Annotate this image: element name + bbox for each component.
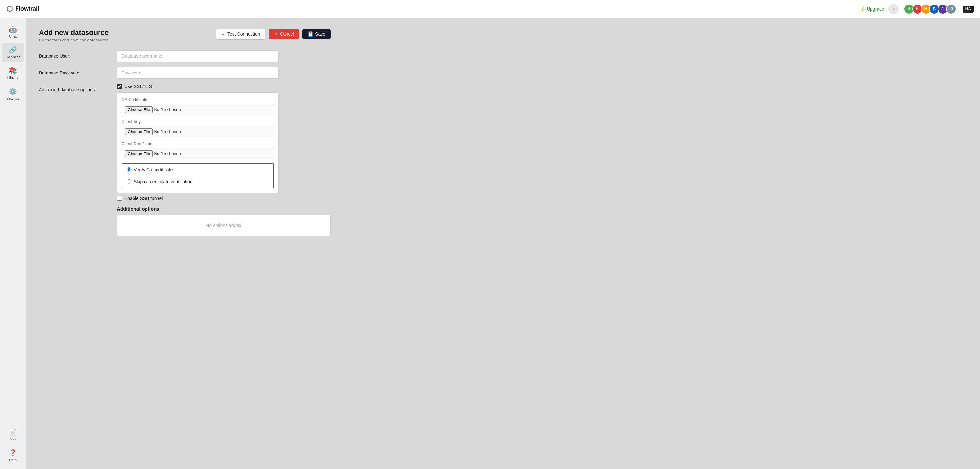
sidebar-label-docs: Docs [9,437,17,441]
verify-ca-radio[interactable] [127,167,131,172]
add-button[interactable]: + [888,4,899,14]
ca-verify-panel: Verify Ca certificate Skip ca certificat… [121,163,274,188]
docs-icon: 📄 [9,428,17,436]
no-options-box: No options added [117,215,331,236]
sidebar-label-chat: Chat [9,34,16,38]
connect-icon: 🔗 [9,46,17,54]
client-cert-label: Client Certificate [121,141,274,146]
test-icon: ✓ [222,32,226,37]
verify-ca-option[interactable]: Verify Ca certificate [122,164,273,176]
form-title-group: Add new datasource Fill the form and sav… [39,29,110,43]
logo-text: Flowtrail [15,5,39,12]
db-password-label: Database Password: [39,67,117,75]
cancel-icon: ✕ [274,32,278,37]
db-user-control [117,50,279,62]
test-connection-label: Test Connection [228,32,260,37]
ca-cert-file-input[interactable] [125,106,270,113]
client-key-section: Client Key [121,119,274,137]
topnav-right: ⚡ Upgrade + H H M B J +3 HA [860,4,974,14]
sidebar-label-help: Help [9,458,16,462]
cancel-label: Cancel [280,32,294,37]
client-key-label: Client Key [121,119,274,124]
sidebar-label-library: Library [8,76,19,79]
no-options-text: No options added [206,223,242,228]
ssl-panel: CA Certificate Client Key [117,92,279,193]
client-cert-section: Client Certificate [121,141,274,159]
plus-icon: + [892,6,895,12]
client-cert-file-row [121,148,274,159]
upgrade-button[interactable]: ⚡ Upgrade [860,6,885,12]
sidebar: 🤖 Chat 🔗 Connect 📚 Library ⚙️ Settings 📄… [0,18,26,469]
ssl-container: Use SSL/TLS CA Certificate [117,84,279,201]
save-icon: 💾 [307,32,313,37]
form-header: Add new datasource Fill the form and sav… [39,29,331,43]
form-actions: ✓ Test Connection ✕ Cancel 💾 Save [216,29,331,40]
settings-icon: ⚙️ [9,87,17,95]
ssl-checkbox-row: Use SSL/TLS [117,84,279,89]
cancel-button[interactable]: ✕ Cancel [269,29,299,39]
avatar-group: H H M B J +3 [904,4,956,14]
upgrade-label: Upgrade [867,6,885,12]
ca-cert-file-row [121,104,274,115]
library-icon: 📚 [9,67,17,75]
db-user-row: Database User: [39,50,331,62]
verify-ca-label[interactable]: Verify Ca certificate [134,167,173,172]
skip-ca-option[interactable]: Skip ca certificate verification [122,176,273,188]
logo: ⬡ Flowtrail [6,5,39,13]
ca-cert-label: CA Certificate [121,97,274,102]
layout: 🤖 Chat 🔗 Connect 📚 Library ⚙️ Settings 📄… [0,18,980,469]
db-password-control [117,67,279,79]
form-subtitle: Fill the form and save the datasource. [39,38,110,43]
skip-ca-label[interactable]: Skip ca certificate verification [134,179,192,184]
db-user-input[interactable] [117,50,279,62]
chat-icon: 🤖 [9,25,17,33]
sidebar-label-settings: Settings [6,97,19,100]
sidebar-item-chat[interactable]: 🤖 Chat [2,22,24,41]
advanced-options-row: Advanced database options: Use SSL/TLS C… [39,84,331,201]
user-badge[interactable]: HA [963,5,974,13]
sidebar-item-library[interactable]: 📚 Library [2,64,24,83]
ssh-tunnel-checkbox[interactable] [117,196,122,201]
client-key-file-row [121,126,274,137]
client-cert-file-input[interactable] [125,150,270,157]
form-title: Add new datasource [39,29,110,37]
advanced-label: Advanced database options: [39,84,117,92]
ssl-tls-label[interactable]: Use SSL/TLS [124,84,152,89]
sidebar-item-help[interactable]: ❓ Help [2,446,24,465]
sidebar-item-connect[interactable]: 🔗 Connect [2,43,24,62]
client-key-file-input[interactable] [125,128,270,135]
form-panel: Add new datasource Fill the form and sav… [39,29,331,236]
topnav: ⬡ Flowtrail ⚡ Upgrade + H H M B J +3 HA [0,0,980,18]
upgrade-icon: ⚡ [860,6,865,12]
help-icon: ❓ [9,449,17,457]
avatar-plus3[interactable]: +3 [946,4,956,14]
ssh-row: Enable SSH tunnel [117,196,279,201]
sidebar-label-connect: Connect [6,55,20,59]
additional-options-section: Additional options No options added [39,206,331,236]
db-user-label: Database User: [39,50,117,59]
test-connection-button[interactable]: ✓ Test Connection [216,29,266,40]
ssl-tls-checkbox[interactable] [117,84,122,89]
additional-options-label: Additional options [117,206,331,211]
logo-icon: ⬡ [6,5,13,13]
ca-cert-section: CA Certificate [121,97,274,115]
db-password-row: Database Password: [39,67,331,79]
save-button[interactable]: 💾 Save [302,29,331,39]
save-label: Save [315,32,325,37]
sidebar-item-settings[interactable]: ⚙️ Settings [2,84,24,103]
main-content: Add new datasource Fill the form and sav… [26,18,980,469]
ssh-tunnel-label[interactable]: Enable SSH tunnel [124,196,163,201]
skip-ca-radio[interactable] [127,180,131,184]
sidebar-item-docs[interactable]: 📄 Docs [2,425,24,444]
db-password-input[interactable] [117,67,279,79]
